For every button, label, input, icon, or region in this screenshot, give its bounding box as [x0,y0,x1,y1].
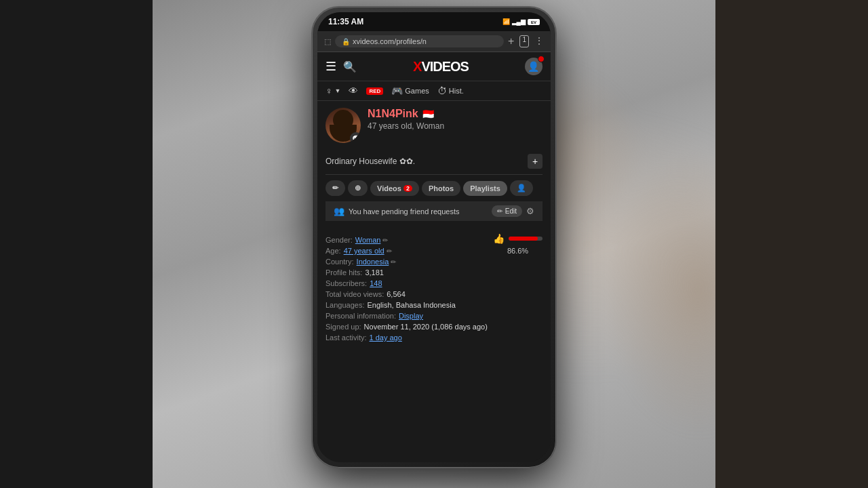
hamburger-icon[interactable]: ☰ [326,59,336,74]
new-tab-button[interactable]: + [508,35,514,47]
tab-count-button[interactable]: 1 [519,35,529,47]
tab-photos[interactable]: Photos [422,181,460,196]
stat-row-views: Total video views: 6,564 [326,290,542,298]
stat-value-gender[interactable]: Woman [355,236,381,244]
rating-section: 👍 86.6% [493,233,542,255]
edit-country-icon[interactable]: ✏ [391,258,396,266]
more-icon: 👤 [517,184,526,192]
nav-right: 👤 [525,58,542,75]
logo-videos: VIDEOS [421,59,469,74]
browser-chrome: ⬚ 🔒 xvideos.com/profiles/n + 1 ⋮ [317,31,551,52]
tab-edit[interactable]: ✏ [326,180,345,196]
stat-label-activity: Last activity: [326,333,367,342]
stat-row-subscribers: Subscribers: 148 [326,279,542,287]
wifi-icon: 📶 [502,18,510,25]
tab-rss[interactable]: ⊕ [348,180,368,196]
notification-badge [538,56,545,62]
stat-value-activity[interactable]: 1 day ago [370,333,402,342]
games-icon: 🎮 [391,85,403,96]
signal-icon: ▂▄▆ [512,18,526,25]
edit-pencil-icon: ✏ [497,207,502,215]
bio-text: Ordinary Housewife ✿✿. [326,157,415,166]
female-icon: ♀ [326,85,333,96]
status-time: 11:35 AM [328,17,363,26]
stat-row-hits: Profile hits: 3,181 [326,268,542,277]
tab-playlists[interactable]: Playlists [463,181,507,196]
stat-value-signed: November 11, 2020 (1,086 days ago) [364,323,488,331]
browser-menu-button[interactable]: ⋮ [534,35,544,47]
rating-bar-container: 👍 [493,233,542,244]
history-button[interactable]: ⏱ Hist. [437,85,464,96]
profile-tabs: ✏ ⊕ Videos 2 Photos [326,175,542,201]
user-avatar-nav[interactable]: 👤 [525,58,542,75]
stat-value-hits: 3,181 [365,268,384,277]
rss-icon: ⊕ [355,184,361,192]
battery-icon: EV [528,19,540,25]
browser-tab-icon: ⬚ [324,37,331,46]
stat-label-views: Total video views: [326,290,384,298]
site-navbar: ☰ 🔍 XVIDEOS 👤 [317,52,551,81]
tab-more[interactable]: 👤 [510,180,533,196]
phone-screen: 11:35 AM 📶 ▂▄▆ EV ⬚ 🔒 xvideos.com/profi [317,12,551,462]
chat-icon[interactable]: 💬 [350,132,361,143]
red-badge: RED [366,87,383,95]
profile-section: 💬 N1N4Pink 🇮🇩 47 years old, Woman [317,101,551,230]
browser-url-bar[interactable]: 🔒 xvideos.com/profiles/n [335,35,504,47]
profile-info: N1N4Pink 🇮🇩 47 years old, Woman [368,108,542,131]
bg-right [715,0,868,488]
rating-fill [509,237,538,241]
cam-button[interactable]: 👁 [349,85,358,96]
stat-label-age: Age: [326,247,341,255]
url-text[interactable]: xvideos.com/profiles/n [353,37,497,45]
site-content[interactable]: ☰ 🔍 XVIDEOS 👤 [317,52,551,455]
bg-left [0,0,153,488]
red-button[interactable]: RED [366,87,383,95]
games-label: Games [405,87,429,95]
flag-icon: 🇮🇩 [422,108,434,119]
rating-percent: 86.6% [507,247,528,255]
logo-x: X [413,59,421,74]
main-scene: 11:35 AM 📶 ▂▄▆ EV ⬚ 🔒 xvideos.com/profi [0,0,868,488]
stat-row-personal: Personal information: Display [326,312,542,320]
edit-gender-icon[interactable]: ✏ [382,237,388,244]
stat-row-country: Country: Indonesia ✏ [326,258,542,266]
user-icon: 👤 [528,61,539,72]
stat-row-activity: Last activity: 1 day ago [326,333,542,342]
edit-button[interactable]: ✏ Edit [492,205,522,217]
games-button[interactable]: 🎮 Games [391,85,429,96]
lock-icon: 🔒 [342,38,350,45]
stat-value-country[interactable]: Indonesia [357,258,389,266]
pending-text[interactable]: You have pending friend requests [349,207,460,216]
phone-wrapper: 11:35 AM 📶 ▂▄▆ EV ⬚ 🔒 xvideos.com/profi [312,7,556,468]
settings-icon[interactable]: ⚙ [526,206,534,216]
profile-age: 47 years old, Woman [368,121,542,131]
stat-value-personal[interactable]: Display [399,312,423,320]
phone-shell: 11:35 AM 📶 ▂▄▆ EV ⬚ 🔒 xvideos.com/profi [312,7,556,468]
stat-value-subscribers[interactable]: 148 [370,279,382,287]
edit-icon: ✏ [332,184,338,192]
add-button[interactable]: + [528,154,542,169]
thumbs-up-icon: 👍 [493,233,505,244]
stat-value-languages: English, Bahasa Indonesia [368,301,456,309]
profile-stats: 👍 86.6% Gender: Woman ✏ [317,230,551,350]
stat-value-views: 6,564 [387,290,406,298]
history-label: Hist. [449,87,464,95]
profile-avatar[interactable]: 💬 [326,108,361,143]
rating-bar [509,237,542,241]
search-icon[interactable]: 🔍 [343,60,357,73]
sub-navbar: ♀ ▼ 👁 RED 🎮 Games [317,81,551,101]
battery-indicator: EV [528,18,540,26]
history-icon: ⏱ [437,85,447,96]
stat-value-age[interactable]: 47 years old [344,247,384,255]
tab-videos[interactable]: Videos 2 [370,181,419,196]
status-bar: 11:35 AM 📶 ▂▄▆ EV [317,12,551,31]
gender-dropdown-arrow: ▼ [335,87,341,94]
stat-label-country: Country: [326,258,354,266]
profile-name: N1N4Pink [368,108,418,120]
profile-header: 💬 N1N4Pink 🇮🇩 47 years old, Woman [326,108,542,143]
stat-label-hits: Profile hits: [326,268,362,277]
status-icons: 📶 ▂▄▆ EV [502,18,540,26]
edit-age-icon[interactable]: ✏ [387,247,392,255]
gender-selector[interactable]: ♀ ▼ [326,85,340,96]
profile-bio: Ordinary Housewife ✿✿. + [326,148,542,175]
